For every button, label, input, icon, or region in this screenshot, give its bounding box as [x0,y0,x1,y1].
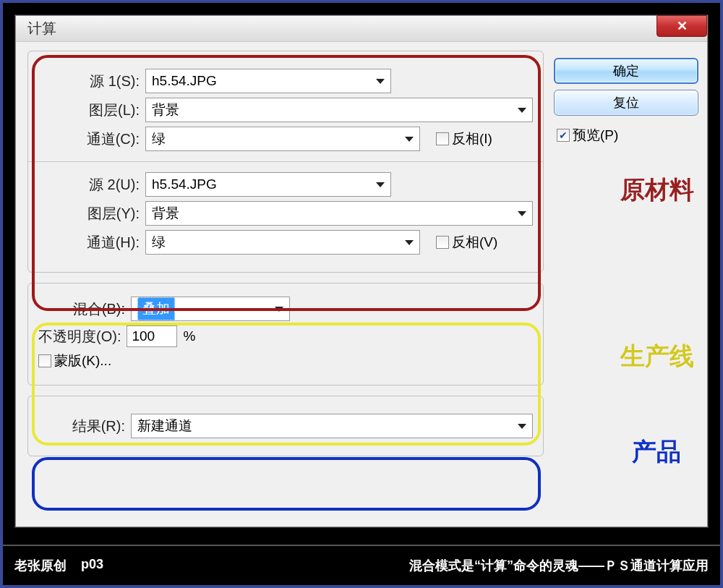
source1-file-value: h5.54.JPG [152,73,217,89]
chevron-down-icon [518,108,526,113]
result-row: 结果(R): 新建通道 [38,414,533,438]
result-label: 结果(R): [38,417,125,436]
source1-layer-label: 图层(L): [38,101,140,120]
dialog-title: 计算 [27,19,56,38]
preview-label: 预览(P) [573,126,618,145]
opacity-value: 100 [132,328,155,344]
chevron-down-icon [275,307,283,312]
source2-layer-dropdown[interactable]: 背景 [145,201,533,226]
source2-invert-label: 反相(V) [452,233,497,252]
source1-layer-row: 图层(L): 背景 [38,98,533,122]
source1-invert[interactable]: 反相(I) [436,129,492,148]
footer-bar: 老张原创 p03 混合模式是“计算”命令的灵魂——ＰＳ通道计算应用 [3,545,720,585]
mask-toggle[interactable]: 蒙版(K)... [38,351,111,370]
close-button[interactable]: ✕ [656,15,707,37]
blending-mode-value: 叠加 [137,297,175,320]
source1-invert-label: 反相(I) [452,129,492,148]
chevron-down-icon [376,182,385,187]
result-dropdown[interactable]: 新建通道 [131,414,533,438]
source1-channel-value: 绿 [152,129,166,148]
chevron-down-icon [518,211,526,216]
annotation-box-blue [32,457,541,511]
result-value: 新建通道 [137,417,192,435]
result-group: 结果(R): 新建通道 [27,396,544,456]
source2-invert[interactable]: 反相(V) [436,233,497,252]
source2-row: 源 2(U): h5.54.JPG [38,172,533,197]
sources-group: 源 1(S): h5.54.JPG 图层(L): 背景 [27,51,544,273]
dialog-body: 源 1(S): h5.54.JPG 图层(L): 背景 [16,42,707,527]
chevron-down-icon [518,424,526,429]
source2-layer-value: 背景 [152,204,179,223]
blending-mode-row: 混合(B): 叠加 [38,297,533,321]
annotation-yellow: 生产线 [620,340,694,373]
source2-channel-row: 通道(H): 绿 反相(V) [38,230,533,255]
source1-invert-checkbox[interactable] [436,132,449,145]
titlebar: 计算 ✕ [16,16,707,42]
source1-layer-dropdown[interactable]: 背景 [145,98,533,122]
opacity-label: 不透明度(O): [38,327,121,346]
source1-channel-row: 通道(C): 绿 反相(I) [38,127,533,151]
mask-row: 蒙版(K)... [38,351,533,370]
close-icon: ✕ [677,18,688,34]
source1-row: 源 1(S): h5.54.JPG [38,69,533,93]
source1-channel-label: 通道(C): [38,129,140,149]
source2-label: 源 2(U): [38,175,140,195]
source1-channel-dropdown[interactable]: 绿 [145,127,420,151]
source2-layer-row: 图层(Y): 背景 [38,201,533,226]
source2-channel-label: 通道(H): [38,233,140,252]
chevron-down-icon [376,79,385,84]
source1-label: 源 1(S): [38,72,140,91]
source2-channel-dropdown[interactable]: 绿 [145,230,420,255]
ok-button[interactable]: 确定 [554,58,698,84]
blending-label: 混合(B): [38,299,125,319]
dialog-backdrop: 计算 ✕ 源 1(S): h5.54.JPG [14,14,709,528]
chevron-down-icon [405,240,414,245]
source1-layer-value: 背景 [152,101,179,119]
opacity-input[interactable]: 100 [127,325,177,347]
mask-checkbox[interactable] [38,354,51,367]
blending-mode-dropdown[interactable]: 叠加 [131,297,290,321]
source2-invert-checkbox[interactable] [436,236,449,249]
opacity-row: 不透明度(O): 100 % [38,325,533,347]
slide-frame: 计算 ✕ 源 1(S): h5.54.JPG [0,0,723,588]
source-divider [28,161,543,162]
source2-layer-label: 图层(Y): [38,204,140,223]
footer-left: 老张原创 p03 [14,557,103,574]
footer-author: 老张原创 [14,557,67,574]
ok-button-label: 确定 [613,62,639,80]
left-column: 源 1(S): h5.54.JPG 图层(L): 背景 [27,51,544,518]
reset-button-label: 复位 [613,94,639,111]
blending-group: 混合(B): 叠加 不透明度(O): 100 % [27,283,544,385]
right-column: 确定 复位 ✔ 预览(P) 原材料 生产线 产品 [554,51,698,518]
annotation-blue: 产品 [632,435,681,469]
reset-button[interactable]: 复位 [554,90,698,116]
source2-file-value: h5.54.JPG [152,176,217,192]
calculations-dialog: 计算 ✕ 源 1(S): h5.54.JPG [15,15,708,527]
source1-file-dropdown[interactable]: h5.54.JPG [145,69,391,93]
footer-title: 混合模式是“计算”命令的灵魂——ＰＳ通道计算应用 [409,557,709,574]
source2-channel-value: 绿 [152,233,166,252]
annotation-red: 原材料 [620,174,694,207]
opacity-unit: % [183,328,195,344]
preview-checkbox[interactable]: ✔ [557,129,570,142]
mask-label: 蒙版(K)... [54,351,111,370]
preview-toggle[interactable]: ✔ 预览(P) [557,126,698,145]
chevron-down-icon [405,137,414,142]
footer-page: p03 [81,557,103,574]
source2-file-dropdown[interactable]: h5.54.JPG [145,172,391,197]
